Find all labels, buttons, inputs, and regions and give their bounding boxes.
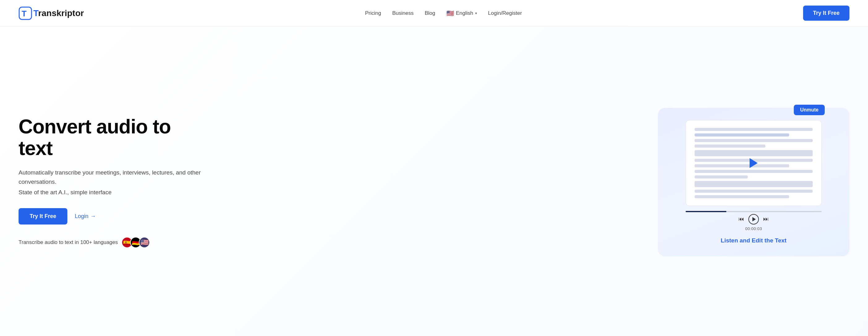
unmute-badge[interactable]: Unmute	[794, 105, 825, 115]
login-register-link[interactable]: Login/Register	[488, 10, 522, 16]
languages-row: Transcribe audio to text in 100+ languag…	[19, 237, 204, 248]
doc-line-4	[694, 144, 765, 147]
doc-line-10	[694, 195, 789, 198]
listen-edit-text[interactable]: Listen and Edit the Text	[721, 237, 787, 244]
login-label: Login	[75, 213, 88, 220]
audio-player: ⏮ ⏭ 00:00:03	[686, 211, 822, 231]
hero-section: Convert audio to text Automatically tran…	[0, 27, 868, 336]
main-nav: Pricing Business Blog 🇺🇸 English ▾ Login…	[365, 9, 522, 17]
forward-button[interactable]: ⏭	[763, 216, 769, 222]
hero-content-right: Unmute	[658, 108, 849, 256]
illustration-background: Unmute	[658, 108, 849, 256]
doc-spacer2	[694, 181, 813, 187]
nav-blog[interactable]: Blog	[425, 10, 435, 16]
chevron-down-icon: ▾	[475, 11, 477, 15]
language-selector[interactable]: 🇺🇸 English ▾	[446, 9, 477, 17]
login-arrow-icon: →	[90, 213, 96, 220]
play-arrow-icon	[750, 158, 757, 168]
languages-text: Transcribe audio to text in 100+ languag…	[19, 239, 118, 245]
hero-subtitle: Automatically transcribe your meetings, …	[19, 168, 204, 187]
doc-line-8	[694, 175, 748, 178]
nav-business[interactable]: Business	[392, 10, 413, 16]
play-arrow-container	[750, 158, 757, 168]
doc-line-9	[694, 190, 813, 193]
hero-title: Convert audio to text	[19, 116, 204, 159]
logo[interactable]: T Transkriptor	[19, 6, 84, 20]
player-controls[interactable]: ⏮ ⏭	[739, 214, 769, 225]
hero-content-left: Convert audio to text Automatically tran…	[19, 116, 204, 248]
us-flag-icon2: 🇺🇸	[139, 237, 150, 248]
logo-icon: T	[19, 6, 32, 20]
us-flag-icon: 🇺🇸	[446, 9, 454, 17]
doc-line-1	[694, 128, 813, 131]
site-header: T Transkriptor Pricing Business Blog 🇺🇸 …	[0, 0, 868, 27]
play-button[interactable]	[748, 214, 759, 225]
progress-bar-fill	[686, 211, 726, 212]
nav-pricing[interactable]: Pricing	[365, 10, 381, 16]
progress-bar-track	[686, 211, 822, 212]
play-triangle-icon	[752, 217, 756, 222]
logo-text: Transkriptor	[33, 8, 84, 18]
hero-buttons: Try It Free Login →	[19, 208, 204, 225]
doc-line-3	[694, 139, 813, 142]
flag-stack: 🇪🇸 🇩🇪 🇺🇸	[122, 237, 150, 248]
hero-tagline: State of the art A.I., simple interface	[19, 189, 204, 196]
document-card	[686, 120, 822, 206]
login-link[interactable]: Login →	[75, 213, 96, 220]
language-label: English	[456, 10, 473, 16]
svg-text:T: T	[22, 9, 27, 18]
doc-spacer	[694, 150, 813, 156]
doc-line-7	[694, 170, 813, 173]
try-it-free-header-button[interactable]: Try It Free	[803, 6, 849, 21]
doc-line-6	[694, 164, 789, 167]
doc-line-2	[694, 133, 789, 136]
progress-bar-container	[686, 211, 822, 212]
try-it-free-hero-button[interactable]: Try It Free	[19, 208, 67, 225]
rewind-button[interactable]: ⏮	[739, 216, 744, 222]
timestamp-label: 00:00:03	[745, 226, 762, 231]
